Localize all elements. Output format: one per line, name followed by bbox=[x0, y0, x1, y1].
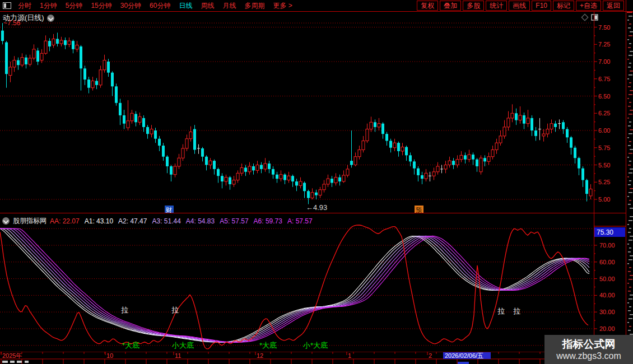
candle bbox=[464, 152, 467, 164]
candle bbox=[276, 172, 278, 183]
indicator-line-A5 bbox=[0, 228, 589, 342]
date-axis[interactable]: 2025年101112122026/02/06/五 bbox=[0, 352, 633, 364]
date-label: 11 bbox=[175, 352, 181, 359]
candle bbox=[303, 181, 306, 198]
period-tab-5分钟[interactable]: 5分钟 bbox=[66, 1, 83, 11]
candle bbox=[530, 115, 533, 136]
indicator-line-A4 bbox=[0, 228, 589, 342]
period-tab-周线[interactable]: 周线 bbox=[201, 1, 214, 11]
period-tab-分时[interactable]: 分时 bbox=[18, 1, 31, 11]
candle bbox=[123, 110, 125, 129]
toolbar-button-复权[interactable]: 复权 bbox=[417, 1, 438, 11]
indicator-line-A2 bbox=[0, 228, 589, 342]
toolbar-button-返回[interactable]: 返回 bbox=[603, 1, 624, 11]
top-toolbar: 分时1分钟5分钟15分钟30分钟60分钟日线周线月线多周期更多 > 复权叠加多股… bbox=[0, 0, 633, 12]
candle bbox=[550, 119, 553, 133]
candle bbox=[252, 164, 255, 175]
candle bbox=[436, 162, 439, 175]
candle bbox=[83, 66, 86, 85]
candle bbox=[578, 157, 580, 175]
trading-app-window: 分时1分钟5分钟15分钟30分钟60分钟日线周线月线多周期更多 > 复权叠加多股… bbox=[0, 0, 633, 364]
date-label: 2 bbox=[429, 352, 432, 359]
period-tab-60分钟[interactable]: 60分钟 bbox=[150, 1, 170, 11]
candle bbox=[32, 44, 35, 60]
toolbar-button-统计[interactable]: 统计 bbox=[486, 1, 507, 11]
watermark-url: www.zbgs3.com bbox=[556, 351, 621, 361]
candle bbox=[429, 172, 431, 181]
indicator-axis-label: 70.00 bbox=[599, 242, 615, 249]
candle bbox=[319, 187, 322, 198]
candle bbox=[483, 155, 486, 166]
clipped-text-fragment bbox=[17, 361, 22, 363]
indicator-line-A3 bbox=[0, 228, 589, 342]
candle bbox=[9, 62, 12, 82]
candlestick-chart[interactable]: ~7.56←4.93财预7.507.257.006.756.506.256.00… bbox=[0, 12, 633, 213]
candle bbox=[581, 166, 584, 187]
toolbar-button-+自选[interactable]: +自选 bbox=[576, 1, 601, 11]
candle bbox=[358, 146, 361, 160]
candle bbox=[17, 58, 20, 70]
candle bbox=[323, 180, 325, 193]
candle bbox=[260, 162, 263, 174]
candle bbox=[381, 122, 384, 139]
period-tab-日线[interactable]: 日线 bbox=[179, 1, 192, 11]
period-tab-1分钟[interactable]: 1分钟 bbox=[40, 1, 57, 11]
candle bbox=[91, 77, 94, 91]
low-price-annotation: ←4.93 bbox=[306, 203, 327, 212]
period-tab-更多 >[interactable]: 更多 > bbox=[273, 1, 292, 11]
signal-label: 小大底 bbox=[171, 341, 194, 349]
toolbar-button-标记[interactable]: 标记 bbox=[553, 1, 574, 11]
indicator-line-AA bbox=[0, 225, 588, 349]
candle bbox=[511, 104, 514, 122]
candle bbox=[523, 113, 525, 129]
candle bbox=[554, 121, 557, 132]
candle bbox=[570, 136, 573, 155]
period-tab-多周期[interactable]: 多周期 bbox=[244, 1, 264, 11]
candle bbox=[562, 120, 565, 134]
signal-label: 拉 bbox=[513, 307, 520, 315]
split-window-icon[interactable] bbox=[592, 15, 598, 20]
indicator-line-A1 bbox=[0, 228, 589, 342]
candle bbox=[311, 188, 314, 199]
candle bbox=[111, 71, 114, 96]
candle bbox=[295, 179, 298, 191]
toolbar-button-多股[interactable]: 多股 bbox=[463, 1, 484, 11]
candle bbox=[244, 165, 247, 176]
candle bbox=[444, 161, 447, 173]
indicator-axis-label: 40.00 bbox=[599, 292, 615, 298]
period-tab-30分钟[interactable]: 30分钟 bbox=[120, 1, 141, 11]
candle bbox=[350, 130, 353, 167]
candle bbox=[272, 166, 274, 179]
candle bbox=[229, 176, 231, 190]
candle bbox=[48, 38, 51, 51]
candle bbox=[256, 161, 259, 173]
indicator-axis-label: 50.00 bbox=[599, 276, 615, 282]
indicator-line-A6 bbox=[0, 228, 589, 342]
period-tab-月线[interactable]: 月线 bbox=[222, 1, 236, 11]
candle bbox=[558, 119, 561, 129]
signal-label: 拉 bbox=[171, 306, 179, 314]
candle bbox=[87, 77, 90, 94]
current-value-text: 75.30 bbox=[597, 228, 613, 236]
indicator-chart[interactable]: 拉拉拉拉*大底小大底*大底小*大底75.3070.0060.0050.0040.… bbox=[0, 213, 633, 352]
period-tab-15分钟[interactable]: 15分钟 bbox=[91, 1, 111, 11]
chevron-down-icon[interactable] bbox=[47, 15, 54, 22]
minimap-strip[interactable] bbox=[627, 12, 633, 209]
candle bbox=[115, 83, 118, 105]
candle bbox=[221, 173, 224, 188]
candle bbox=[154, 128, 157, 143]
toolbar-button-F10[interactable]: F10 bbox=[532, 1, 551, 11]
candle bbox=[280, 170, 282, 181]
event-marker-label: 预 bbox=[416, 207, 422, 213]
candle bbox=[5, 41, 8, 88]
layout-icon[interactable] bbox=[3, 2, 11, 9]
price-axis-label: 6.25 bbox=[598, 110, 610, 116]
diamond-icon[interactable] bbox=[581, 14, 588, 20]
panel-divider[interactable] bbox=[0, 213, 626, 213]
candle bbox=[480, 155, 482, 174]
toolbar-button-画线[interactable]: 画线 bbox=[509, 1, 530, 11]
indicator-axis-label: 60.00 bbox=[599, 259, 615, 265]
toolbar-button-叠加[interactable]: 叠加 bbox=[440, 1, 461, 11]
candle bbox=[283, 173, 286, 184]
minimap-strip-lower[interactable] bbox=[627, 216, 633, 351]
